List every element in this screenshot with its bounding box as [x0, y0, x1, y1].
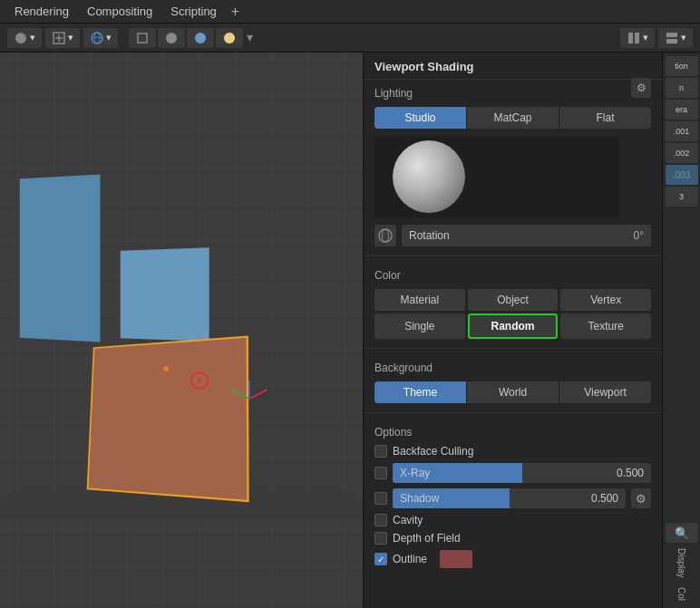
- menu-scripting[interactable]: Scripting: [163, 3, 224, 20]
- backface-culling-row: Backface Culling: [374, 445, 651, 458]
- flat-btn[interactable]: Flat: [559, 107, 651, 129]
- far-right-n[interactable]: n: [666, 78, 698, 98]
- transform-dropdown: ▾: [68, 32, 73, 43]
- shadow-gear-icon: ⚙: [636, 492, 647, 506]
- layout-btn[interactable]: ▾: [620, 28, 655, 48]
- divider-1: [364, 256, 662, 256]
- outline-color-swatch[interactable]: [440, 550, 472, 568]
- main-area: Viewport Shading Lighting Studio MatCap …: [0, 53, 700, 608]
- shadow-gear-btn[interactable]: ⚙: [631, 488, 651, 508]
- top-menubar: Rendering Compositing Scripting +: [0, 0, 700, 24]
- svg-point-3: [94, 33, 100, 43]
- backface-culling-checkbox[interactable]: [374, 445, 387, 458]
- shadow-slider-label: Shadow: [400, 492, 439, 505]
- lighting-btn-group: Studio MatCap Flat: [374, 107, 651, 129]
- cavity-checkbox[interactable]: [374, 514, 387, 526]
- toolbar-row: ▾ ▾ ▾ ▾ ▾ ▾: [0, 24, 700, 53]
- svg-rect-4: [138, 34, 147, 43]
- depth-of-field-label: Depth of Field: [393, 532, 461, 545]
- shadow-row: Shadow 0.500 ⚙: [374, 488, 651, 508]
- outline-label: Outline: [393, 553, 427, 565]
- view-btn[interactable]: ▾: [658, 28, 693, 48]
- depth-of-field-checkbox[interactable]: [374, 532, 387, 545]
- divider-3: [364, 412, 662, 413]
- rotation-row: Rotation 0°: [374, 225, 651, 246]
- backface-culling-label: Backface Culling: [393, 445, 473, 458]
- search-icon[interactable]: 🔍: [666, 523, 698, 543]
- far-right-tion[interactable]: tion: [666, 56, 698, 76]
- rotation-label: Rotation: [409, 229, 450, 242]
- viewport-objects: [0, 53, 363, 608]
- color-btn-grid: Material Object Vertex Single Random Tex…: [374, 289, 651, 339]
- svg-rect-11: [666, 39, 677, 43]
- divider-2: [364, 348, 662, 349]
- svg-point-7: [224, 33, 235, 43]
- svg-point-6: [195, 33, 206, 43]
- xray-slider-label: X-Ray: [400, 467, 430, 479]
- rotation-value: 0°: [634, 229, 644, 242]
- svg-point-5: [166, 33, 177, 43]
- rotation-sphere-icon[interactable]: [374, 225, 396, 246]
- menu-compositing[interactable]: Compositing: [80, 3, 160, 20]
- solid-btn[interactable]: [158, 28, 185, 48]
- right-panel: Viewport Shading Lighting Studio MatCap …: [363, 53, 662, 608]
- far-right-panel: tion n era .001 .002 .003 3 🔍 Display Co…: [662, 53, 700, 608]
- material-btn[interactable]: [187, 28, 214, 48]
- texture-color-btn[interactable]: Texture: [560, 314, 651, 339]
- shadow-slider-value: 0.500: [591, 492, 618, 505]
- cube-blue-top: [121, 247, 209, 342]
- object-color-btn[interactable]: Object: [468, 289, 559, 311]
- col-label: Col: [676, 584, 686, 604]
- xray-row: X-Ray 0.500: [374, 463, 651, 483]
- svg-line-13: [231, 390, 249, 399]
- gear-icon: ⚙: [637, 82, 647, 94]
- shading-dropdown[interactable]: ▾: [245, 28, 255, 48]
- cavity-row: Cavity: [374, 514, 651, 526]
- rotation-field[interactable]: Rotation 0°: [402, 225, 651, 246]
- background-label: Background: [364, 354, 662, 378]
- wireframe-btn[interactable]: [129, 28, 156, 48]
- vertex-color-btn[interactable]: Vertex: [560, 289, 651, 311]
- material-color-btn[interactable]: Material: [374, 289, 465, 311]
- far-right-era[interactable]: era: [666, 100, 698, 120]
- world-bg-btn[interactable]: World: [467, 381, 559, 403]
- svg-rect-9: [635, 33, 639, 43]
- theme-bg-btn[interactable]: Theme: [374, 381, 467, 403]
- rendered-btn[interactable]: [216, 28, 243, 48]
- menu-plus[interactable]: +: [228, 4, 243, 20]
- options-label: Options: [364, 419, 662, 442]
- cavity-label: Cavity: [393, 514, 423, 526]
- outline-row: Outline: [374, 550, 651, 568]
- single-color-btn[interactable]: Single: [374, 314, 465, 339]
- random-color-btn[interactable]: Random: [468, 314, 559, 339]
- viewport-shading-btn[interactable]: ▾: [7, 28, 42, 48]
- sphere-preview: [393, 140, 465, 213]
- lighting-label: Lighting: [364, 80, 662, 103]
- display-label: Display: [676, 545, 686, 582]
- svg-line-12: [249, 390, 267, 399]
- xray-checkbox[interactable]: [374, 467, 387, 479]
- preview-row: [364, 132, 662, 221]
- far-right-002[interactable]: .002: [666, 143, 698, 163]
- transform-btn[interactable]: ▾: [45, 28, 80, 48]
- settings-gear-btn[interactable]: ⚙: [631, 78, 651, 98]
- shadow-slider[interactable]: Shadow 0.500: [393, 488, 626, 508]
- cube-blue-left: [20, 174, 101, 342]
- far-right-003[interactable]: .003: [666, 165, 698, 185]
- far-right-3[interactable]: 3: [666, 187, 698, 207]
- xray-slider[interactable]: X-Ray 0.500: [393, 463, 651, 483]
- menu-rendering[interactable]: Rendering: [7, 3, 76, 20]
- viewport[interactable]: [0, 53, 363, 608]
- studio-btn[interactable]: Studio: [374, 107, 467, 129]
- matcap-btn[interactable]: MatCap: [467, 107, 559, 129]
- panel-title: Viewport Shading: [364, 53, 662, 80]
- outline-checkbox[interactable]: [374, 553, 387, 565]
- viewport-dropdown-arrow: ▾: [30, 32, 35, 43]
- background-btn-group: Theme World Viewport: [374, 381, 651, 403]
- shadow-checkbox[interactable]: [374, 492, 387, 505]
- globe-btn[interactable]: ▾: [83, 28, 118, 48]
- crosshair: [190, 372, 209, 390]
- viewport-bg-btn[interactable]: Viewport: [559, 381, 651, 403]
- cube-scene: [9, 113, 354, 548]
- far-right-001[interactable]: .001: [666, 121, 698, 141]
